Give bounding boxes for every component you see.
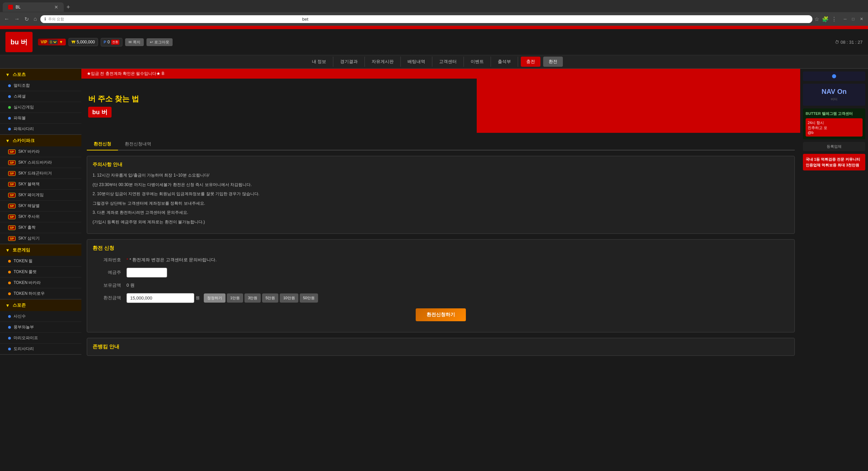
home-btn[interactable]: ⌂ [32,15,38,23]
browser-toolbar-icons: ☆ 🧩 ⋮ [814,16,837,22]
withdraw-btn[interactable]: 환전 [543,57,563,67]
submit-withdraw-btn[interactable]: 환전신청하기 [416,308,466,321]
sidebar-item-pungbu[interactable]: 풍부와놀부 [0,322,81,333]
tab-withdraw-apply[interactable]: 환전신청 [87,138,118,150]
nav-my-info[interactable]: 내 정보 [305,57,334,67]
sp-badge: SP [8,204,16,208]
sidebar-section-sports: ▼ 스포츠 멀티조합 스페셜 실시간게임 파워볼 [0,69,81,135]
charge-btn[interactable]: 충전 [521,57,540,67]
sidebar-item-sky-dragon[interactable]: SP SKY 드래곤타이거 [0,168,81,179]
refresh-btn[interactable]: ↻ [23,15,30,24]
req-star: * [126,257,128,262]
vip-select[interactable]: 0 1 2 [48,40,58,44]
sidebar-item-powerladder[interactable]: 파워사다리 [0,124,81,135]
dot-icon [8,282,11,284]
sidebar-section-header-token[interactable]: ▼ 토큰게임 [0,244,81,256]
sidebar-section-header-spozone[interactable]: ▼ 스포존 [0,300,81,311]
add-100k-btn[interactable]: 10만원 [280,293,298,303]
dot-icon [8,292,11,295]
notice-box: 주의사항 안내 1. 12시간 자유롭게 입/출금이 가능하며 최장 1~10분… [87,156,795,234]
support-line2: 친추하고 포 [808,125,861,130]
tab-close-btn[interactable]: ✕ [54,4,58,10]
sidebar-item-token-hilow[interactable]: TOKEN 하이로우 [0,288,81,299]
sidebar-item-label: SKY 해달별 [18,203,40,209]
amount-input[interactable] [126,293,194,303]
sidebar-item-powerball[interactable]: 파워볼 [0,113,81,124]
support-handle: @b [808,130,861,135]
menu-icon[interactable]: ⋮ [831,16,837,22]
support-section: BUTTER 텔레그램 고객센터 24시 항시 친추하고 포 @b [803,108,865,139]
ad-banner[interactable]: 국내 1등 먹튀검증 전문 커뮤니티 인증업체 먹튀보증 최대 3천만원 [803,154,865,170]
sidebar-item-sky-oddeven[interactable]: SP SKY 홀짝 [0,222,81,233]
sidebar-item-mario[interactable]: 마리오파이프 [0,333,81,344]
nav-customer-center[interactable]: 고객센터 [432,57,464,67]
dot-icon [8,128,11,130]
sidebar-item-sky-paygame[interactable]: SP SKY 페이게임 [0,190,81,201]
back-btn[interactable]: ← [3,15,11,23]
forward-btn[interactable]: → [13,15,21,23]
nav-betting-history[interactable]: 배팅내역 [401,57,432,67]
inbox-label: 쪽지 [133,40,140,45]
toggle-dot [832,74,836,78]
logout-icon: ↩ [150,40,153,44]
add-10k-btn[interactable]: 1만원 [227,293,243,303]
tab-withdraw-history[interactable]: 환전신청내역 [118,138,158,150]
sidebar-item-sky-speed-baccarat[interactable]: SP SKY 스피드바카라 [0,157,81,168]
nav-board[interactable]: 자유게시판 [365,57,401,67]
sidebar-item-sky-star[interactable]: SP SKY 해달별 [0,201,81,211]
sidebar-item-token-wheel[interactable]: TOKEN 윌 [0,256,81,267]
main-layout: ▼ 스포츠 멀티조합 스페셜 실시간게임 파워볼 [0,69,868,471]
sidebar-item-label: 사신수 [14,313,26,319]
nav-results[interactable]: 경기결과 [333,57,365,67]
sidebar-item-sasin[interactable]: 사신수 [0,311,81,322]
sidebar-section-header-skypark[interactable]: ▼ 스카이파크 [0,135,81,146]
support-title: BUTTER 텔레그램 고객센터 [806,111,863,116]
sidebar-item-special[interactable]: 스페셜 [0,91,81,102]
logo-text: bu 버 [11,38,27,47]
sidebar-item-sky-dice[interactable]: SP SKY 주사위 [0,211,81,222]
nav-attendance[interactable]: 출석부 [491,57,518,67]
nav-events[interactable]: 이벤트 [464,57,491,67]
dot-icon [8,106,11,109]
extension-icon[interactable]: 🧩 [822,16,829,22]
right-sidebar: NAV On 버터 BUTTER 텔레그램 고객센터 24시 항시 친추하고 포… [800,69,868,471]
add-500k-btn[interactable]: 50만원 [300,293,318,303]
minimize-btn[interactable]: ─ [842,16,849,22]
sidebar-item-label: 파워볼 [14,115,26,121]
star-icon[interactable]: ☆ [814,16,819,22]
account-note-text: * 환전계좌 변경은 고객센터로 문의바랍니다. [130,257,217,262]
new-tab-btn[interactable]: + [64,4,73,11]
vip-label: VIP [41,40,47,44]
reset-amount-btn[interactable]: 정정하기 [204,293,225,303]
inbox-btn[interactable]: ✉ 쪽지 [125,38,144,46]
browser-warning-bar [0,26,868,29]
clock-display: ⏱ 08 : 31 : 27 [835,40,863,45]
ad-line1: 국내 1등 먹튀검증 전문 커뮤니티 [806,157,863,162]
sidebar-item-token-baccarat[interactable]: TOKEN 바카라 [0,278,81,288]
sp-badge: SP [8,193,16,198]
address-bar[interactable]: ℹ 주의 요함 bet [40,15,813,23]
sidebar-item-dori[interactable]: 도리사다리 [0,344,81,354]
ad-line2: 인증업체 먹튀보증 최대 3천만원 [806,162,863,168]
sidebar-item-sky-baccarat[interactable]: SP SKY 바카라 [0,146,81,157]
maximize-btn[interactable]: □ [850,16,856,22]
sidebar-item-sky-blackjack[interactable]: SP SKY 블랙잭 [0,179,81,190]
close-btn[interactable]: ✕ [858,16,865,22]
sidebar-item-sky-samjigi[interactable]: SP SKY 삼지기 [0,233,81,244]
browser-tab[interactable]: BL ✕ [3,2,64,12]
sidebar-section-header-sports[interactable]: ▼ 스포츠 [0,69,81,80]
center-content: ★입금 전 충전계좌 확인은 필수입니다★ B 버 주소 찾는 법 bu 버 방… [81,69,800,471]
logout-btn[interactable]: ↩ 로그아웃 [146,38,173,46]
logout-label: 로그아웃 [154,40,169,45]
add-30k-btn[interactable]: 3만원 [244,293,261,303]
edit-btn[interactable]: 전환 [111,40,119,45]
sidebar-item-token-roulette[interactable]: TOKEN 룰렛 [0,267,81,278]
banner-red-overlay [477,79,800,133]
depositor-input[interactable] [126,268,167,278]
address-input[interactable] [556,17,809,22]
sidebar-item-live[interactable]: 실시간게임 [0,102,81,113]
sidebar-item-multi[interactable]: 멀티조합 [0,80,81,91]
sidebar-item-label: 풍부와놀부 [14,324,34,330]
tab-favicon [8,5,13,9]
add-50k-btn[interactable]: 5만원 [262,293,278,303]
